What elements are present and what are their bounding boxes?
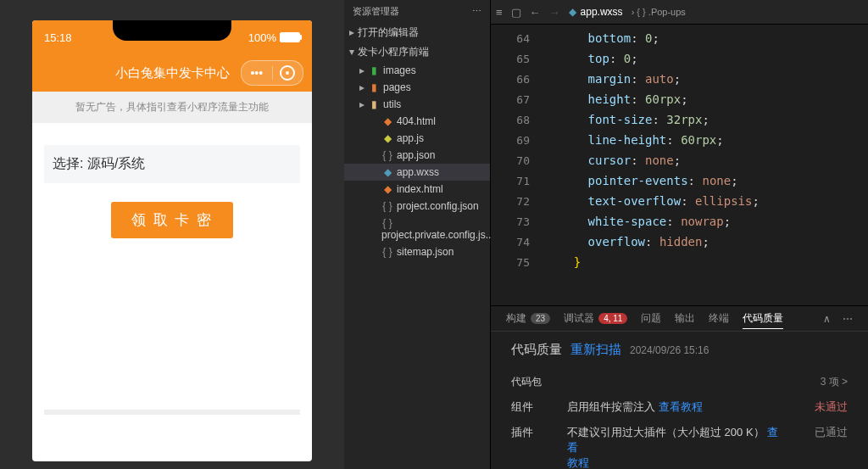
folder-icon: ▮ xyxy=(368,81,380,93)
wxss-icon: ◆ xyxy=(381,166,393,178)
explorer-panel: 资源管理器 ⋯ ▸打开的编辑器 ▾发卡小程序前端 ▸▮images ▸▮page… xyxy=(344,0,491,469)
file-appjs[interactable]: ◆app.js xyxy=(344,130,490,147)
code-line[interactable]: 67 height: 60rpx; xyxy=(491,89,868,109)
file-projconf[interactable]: { }project.config.json xyxy=(344,198,490,215)
page-content: 选择: 源码/系统 领 取 卡 密 xyxy=(32,123,312,260)
quality-title: 代码质量 xyxy=(511,342,562,358)
folder-icon: ▮ xyxy=(368,98,380,110)
code-line[interactable]: 71 pointer-events: none; xyxy=(491,170,868,191)
code-line[interactable]: 74 overflow: hidden; xyxy=(491,232,868,252)
phone-frame: 15:18 100% 小白兔集中发卡中心 ••• 暂无广告，具体指引查看小程序流… xyxy=(32,20,312,461)
row-label: 插件 xyxy=(511,425,555,440)
battery-icon xyxy=(280,32,300,42)
code-line[interactable]: 64 bottom: 0; xyxy=(491,28,868,48)
back-icon[interactable]: ← xyxy=(530,6,541,19)
explorer-title: 资源管理器 xyxy=(353,5,399,18)
quality-row: 插件 不建议引用过大插件（大小超过 200 K） 查看教程 已通过 xyxy=(511,425,848,469)
submit-button[interactable]: 领 取 卡 密 xyxy=(111,202,233,238)
section-open-editors[interactable]: ▸打开的编辑器 xyxy=(344,23,490,42)
tutorial-link[interactable]: 查看教程 xyxy=(659,400,703,413)
chevron-up-icon[interactable]: ∧ xyxy=(823,313,831,325)
battery: 100% xyxy=(248,31,300,44)
battery-percent: 100% xyxy=(248,31,276,44)
phone-notch xyxy=(113,20,231,41)
more-icon[interactable]: ⋯ xyxy=(843,313,853,325)
folder-pages[interactable]: ▸▮pages xyxy=(344,79,490,96)
tab-output[interactable]: 输出 xyxy=(675,311,695,326)
section-project[interactable]: ▾发卡小程序前端 xyxy=(344,42,490,62)
code-line[interactable]: 66 margin: auto; xyxy=(491,69,868,89)
code-line[interactable]: 68 font-size: 32rpx; xyxy=(491,109,868,130)
bottom-panel: 构建23 调试器4, 11 问题 输出 终端 代码质量 ∧ ⋯ 代码质量 重新扫… xyxy=(491,305,868,469)
pkg-label: 代码包 xyxy=(511,375,542,389)
editor-tabstrip: ≡ ▢ ← → ◆ app.wxss › { } .Pop-ups xyxy=(491,0,868,25)
quality-content: 代码质量 重新扫描 2024/09/26 15:16 代码包 3 项 > 组件 … xyxy=(491,332,868,469)
wxss-icon: ◆ xyxy=(569,6,576,18)
status-bar: 15:18 100% xyxy=(32,20,312,54)
code-line[interactable]: 69 line-height: 60rpx; xyxy=(491,130,868,150)
pkg-count[interactable]: 3 项 > xyxy=(821,375,848,389)
bookmark-icon[interactable]: ▢ xyxy=(511,6,521,19)
tab-issues[interactable]: 问题 xyxy=(641,311,661,326)
bottom-tabstrip: 构建23 调试器4, 11 问题 输出 终端 代码质量 ∧ ⋯ xyxy=(491,306,868,332)
breadcrumb[interactable]: › { } .Pop-ups xyxy=(632,7,686,17)
json-icon: { } xyxy=(381,217,393,229)
capsule-close-icon[interactable] xyxy=(273,65,303,81)
page-title: 小白兔集中发卡中心 xyxy=(115,65,230,81)
status-time: 15:18 xyxy=(44,31,72,44)
menu-icon[interactable]: ≡ xyxy=(496,6,503,19)
tab-filename: app.wxss xyxy=(581,6,623,18)
json-icon: { } xyxy=(381,149,393,161)
rescan-link[interactable]: 重新扫描 xyxy=(570,342,621,358)
file-index[interactable]: ◆index.html xyxy=(344,181,490,198)
ad-placeholder: 暂无广告，具体指引查看小程序流量主功能 xyxy=(32,92,312,123)
explorer-more-icon[interactable]: ⋯ xyxy=(472,6,481,17)
tab-terminal[interactable]: 终端 xyxy=(709,311,729,326)
folder-images[interactable]: ▸▮images xyxy=(344,62,490,79)
folder-icon: ▮ xyxy=(368,64,380,76)
footer-placeholder xyxy=(44,410,300,415)
tab-build[interactable]: 构建23 xyxy=(506,311,550,326)
debug-badge: 4, 11 xyxy=(598,313,627,324)
code-line[interactable]: 65 top: 0; xyxy=(491,48,868,69)
quality-row: 组件 启用组件按需注入 查看教程 未通过 xyxy=(511,399,848,415)
build-badge: 23 xyxy=(531,313,550,324)
file-projpriv[interactable]: { }project.private.config.js... xyxy=(344,215,490,243)
tab-debug[interactable]: 调试器4, 11 xyxy=(564,311,627,326)
code-line[interactable]: 72 text-overflow: ellipsis; xyxy=(491,191,868,211)
explorer-title-bar: 资源管理器 ⋯ xyxy=(344,0,490,23)
mp-nav-bar: 小白兔集中发卡中心 ••• xyxy=(32,54,312,92)
row-status: 已通过 xyxy=(800,425,848,440)
json-icon: { } xyxy=(381,246,393,258)
code-editor[interactable]: 64 bottom: 0;65 top: 0;66 margin: auto;6… xyxy=(491,25,868,305)
folder-utils[interactable]: ▸▮utils xyxy=(344,96,490,113)
code-line[interactable]: 75 } xyxy=(491,252,868,272)
forward-icon[interactable]: → xyxy=(549,6,560,19)
html-icon: ◆ xyxy=(381,183,393,195)
simulator-pane: 15:18 100% 小白兔集中发卡中心 ••• 暂无广告，具体指引查看小程序流… xyxy=(0,0,344,469)
json-icon: { } xyxy=(381,200,393,212)
row-status: 未通过 xyxy=(800,399,848,415)
select-picker[interactable]: 选择: 源码/系统 xyxy=(44,145,300,183)
file-404[interactable]: ◆404.html xyxy=(344,113,490,130)
editor-area: ≡ ▢ ← → ◆ app.wxss › { } .Pop-ups 64 bot… xyxy=(491,0,868,469)
file-sitemap[interactable]: { }sitemap.json xyxy=(344,243,490,260)
file-appwxss[interactable]: ◆app.wxss xyxy=(344,164,490,181)
capsule-more-icon[interactable]: ••• xyxy=(242,66,273,80)
editor-tab[interactable]: ◆ app.wxss xyxy=(569,6,623,18)
mp-capsule[interactable]: ••• xyxy=(241,60,303,86)
code-line[interactable]: 70 cursor: none; xyxy=(491,150,868,170)
tutorial-link[interactable]: 教程 xyxy=(567,456,589,469)
scan-time: 2024/09/26 15:16 xyxy=(630,344,709,356)
code-line[interactable]: 73 white-space: nowrap; xyxy=(491,211,868,232)
row-label: 组件 xyxy=(511,399,555,415)
html-icon: ◆ xyxy=(381,115,393,127)
tab-quality[interactable]: 代码质量 xyxy=(743,311,783,329)
js-icon: ◆ xyxy=(381,132,393,144)
file-appjson[interactable]: { }app.json xyxy=(344,147,490,164)
